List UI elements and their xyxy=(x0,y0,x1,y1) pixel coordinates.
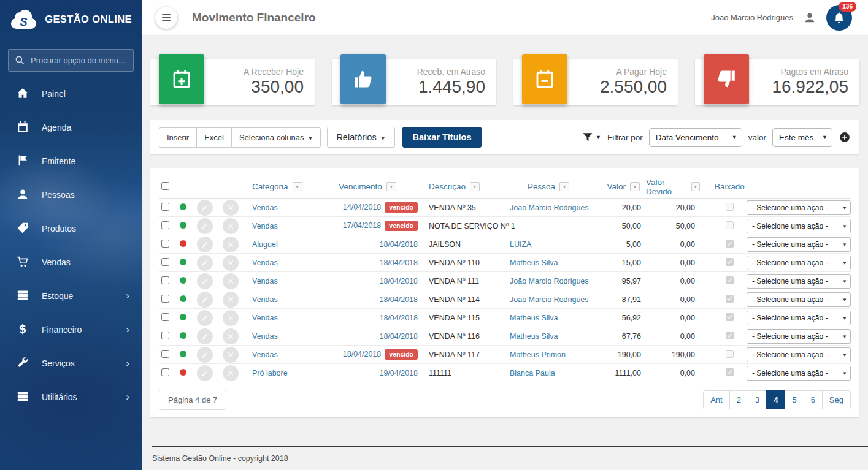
edit-button[interactable] xyxy=(197,255,213,271)
hamburger-menu-button[interactable] xyxy=(155,7,177,29)
categoria-cell[interactable]: Vendas xyxy=(248,277,315,286)
delete-button[interactable] xyxy=(223,347,239,363)
pessoa-cell[interactable]: Bianca Paula xyxy=(505,369,592,377)
pessoa-cell[interactable]: LUIZA xyxy=(505,240,592,249)
page-button-seg[interactable]: Seg xyxy=(822,390,851,409)
categoria-cell[interactable]: Vendas xyxy=(248,351,315,359)
categoria-cell[interactable]: Vendas xyxy=(248,314,315,322)
column-header-baixado: Baixado xyxy=(712,182,747,191)
edit-button[interactable] xyxy=(197,292,213,308)
sidebar-item-painel[interactable]: Painel xyxy=(0,77,142,110)
delete-button[interactable] xyxy=(223,255,239,271)
edit-button[interactable] xyxy=(197,365,213,381)
edit-button[interactable] xyxy=(197,347,213,363)
pessoa-cell[interactable]: João Marcio Rodrigues xyxy=(505,203,592,212)
action-select[interactable]: - Selecione uma ação - xyxy=(747,311,851,325)
edit-button[interactable] xyxy=(197,200,213,216)
categoria-cell[interactable]: Aluguel xyxy=(248,240,315,249)
reports-button[interactable]: Relatórios▼ xyxy=(327,127,394,148)
delete-button[interactable] xyxy=(223,310,239,326)
page-button-3[interactable]: 3 xyxy=(748,390,767,409)
pessoa-cell[interactable]: João Marcio Rodrigues xyxy=(505,277,592,286)
sidebar-item-emitente[interactable]: Emitente xyxy=(0,144,142,178)
categoria-cell[interactable]: Vendas xyxy=(248,222,315,230)
action-select[interactable]: - Selecione uma ação - xyxy=(747,219,851,233)
row-select-checkbox[interactable] xyxy=(161,368,169,376)
sidebar-item-produtos[interactable]: Produtos xyxy=(0,211,142,245)
page-button-6[interactable]: 6 xyxy=(804,390,823,409)
select-all-checkbox[interactable] xyxy=(161,182,169,190)
card-text: A Receber Hoje350,00 xyxy=(244,59,315,105)
categoria-cell[interactable]: Pró labore xyxy=(248,369,315,377)
row-select-checkbox[interactable] xyxy=(161,276,169,284)
sidebar-item-estoque[interactable]: Estoque› xyxy=(0,279,142,313)
download-titles-button[interactable]: Baixar Títulos xyxy=(402,127,482,148)
delete-button[interactable] xyxy=(223,218,239,234)
pessoa-cell[interactable]: João Marcio Rodrigues xyxy=(505,295,592,304)
edit-button[interactable] xyxy=(197,328,213,344)
delete-button[interactable] xyxy=(223,365,239,381)
row-select-checkbox[interactable] xyxy=(161,258,169,266)
notifications-button[interactable]: 136 xyxy=(826,5,852,31)
action-select[interactable]: - Selecione uma ação - xyxy=(747,366,851,381)
action-select[interactable]: - Selecione uma ação - xyxy=(747,237,851,252)
pessoa-cell[interactable]: Matheus Silva xyxy=(505,332,592,341)
sort-button[interactable]: ▾ xyxy=(559,182,569,191)
categoria-cell[interactable]: Vendas xyxy=(248,332,315,341)
row-select-checkbox[interactable] xyxy=(161,203,169,211)
sort-button[interactable]: ▾ xyxy=(470,182,480,191)
select-columns-button[interactable]: Seleciona colunas▼ xyxy=(231,127,321,148)
action-select[interactable]: - Selecione uma ação - xyxy=(747,256,851,270)
sort-button[interactable]: ▾ xyxy=(691,182,700,191)
pessoa-cell[interactable]: Matheus Silva xyxy=(505,314,592,322)
delete-button[interactable] xyxy=(223,237,239,252)
page-button-2[interactable]: 2 xyxy=(729,390,748,409)
sidebar-item-financeiro[interactable]: $Financeiro› xyxy=(0,313,142,346)
sidebar-item-utilitarios[interactable]: Utilitários› xyxy=(0,380,142,414)
brand[interactable]: S GESTÃO ONLINE xyxy=(0,0,142,37)
sidebar-item-agenda[interactable]: Agenda xyxy=(0,110,142,144)
row-select-checkbox[interactable] xyxy=(161,350,169,358)
row-select-checkbox[interactable] xyxy=(161,332,169,339)
excel-button[interactable]: Excel xyxy=(196,127,232,148)
action-select[interactable]: - Selecione uma ação - xyxy=(747,200,851,215)
sort-button[interactable]: ▾ xyxy=(386,182,396,191)
filter-period-select[interactable]: Este mês xyxy=(772,128,832,147)
row-select-checkbox[interactable] xyxy=(161,313,169,321)
pessoa-cell[interactable]: Matheus Silva xyxy=(505,259,592,267)
sidebar-item-vendas[interactable]: Vendas xyxy=(0,245,142,279)
filter-field-select[interactable]: Data Vencimento xyxy=(649,128,742,147)
sidebar-item-pessoas[interactable]: Pessoas xyxy=(0,178,142,211)
action-select[interactable]: - Selecione uma ação - xyxy=(747,274,851,289)
sort-button[interactable]: ▾ xyxy=(293,182,302,191)
sort-button[interactable]: ▾ xyxy=(630,182,640,191)
filter-funnel-button[interactable]: ▼ xyxy=(582,131,601,143)
row-select-checkbox[interactable] xyxy=(161,295,169,303)
page-button-4[interactable]: 4 xyxy=(766,390,785,409)
edit-button[interactable] xyxy=(197,310,213,326)
delete-button[interactable] xyxy=(223,328,239,344)
toolbar: Inserir Excel Seleciona colunas▼ Relatór… xyxy=(150,120,859,154)
insert-button[interactable]: Inserir xyxy=(159,127,197,148)
row-select-checkbox[interactable] xyxy=(161,240,169,248)
user-icon[interactable] xyxy=(803,11,816,25)
action-select[interactable]: - Selecione uma ação - xyxy=(747,292,851,307)
categoria-cell[interactable]: Vendas xyxy=(248,259,315,267)
menu-search-input[interactable] xyxy=(8,49,134,72)
sidebar-item-servicos[interactable]: Serviços› xyxy=(0,346,142,380)
delete-button[interactable] xyxy=(223,273,239,289)
categoria-cell[interactable]: Vendas xyxy=(248,295,315,304)
delete-button[interactable] xyxy=(223,200,239,216)
pessoa-cell[interactable]: Matheus Primon xyxy=(505,351,592,359)
categoria-cell[interactable]: Vendas xyxy=(248,203,315,212)
row-select-checkbox[interactable] xyxy=(161,221,169,229)
add-filter-button[interactable] xyxy=(839,131,851,143)
edit-button[interactable] xyxy=(197,237,213,252)
delete-button[interactable] xyxy=(223,292,239,308)
page-button-5[interactable]: 5 xyxy=(785,390,804,409)
edit-button[interactable] xyxy=(197,218,213,234)
page-button-ant[interactable]: Ant xyxy=(703,390,730,409)
action-select[interactable]: - Selecione uma ação - xyxy=(747,347,851,362)
edit-button[interactable] xyxy=(197,273,213,289)
action-select[interactable]: - Selecione uma ação - xyxy=(747,329,851,344)
